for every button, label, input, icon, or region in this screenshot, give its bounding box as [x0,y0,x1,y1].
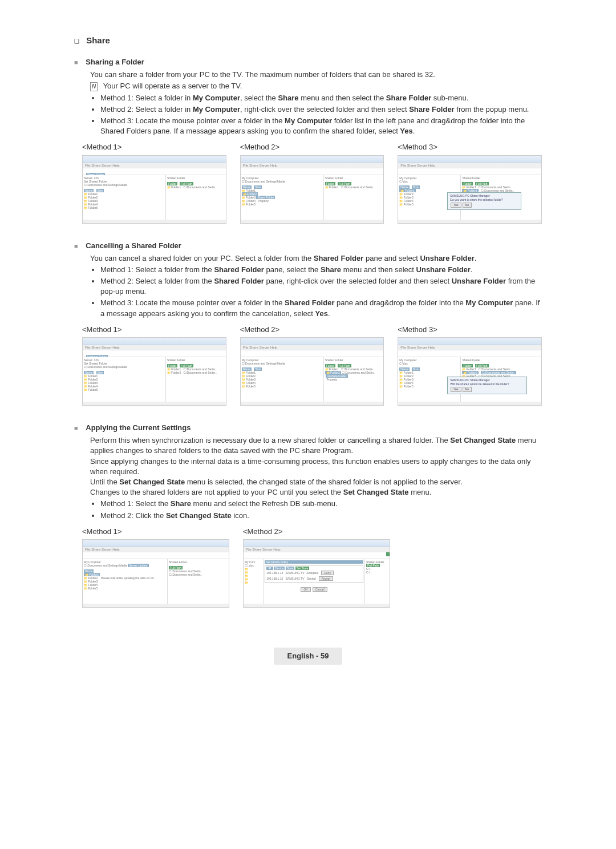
sharing-thumb-2: <Method 2> File Share Server Help My Com… [240,141,384,223]
sharing-method-2: Method 2: Select a folder in My Computer… [100,104,542,115]
subheading-text: Cancelling a Shared Folder [86,241,181,250]
method-label: <Method 1> [82,142,226,152]
screenshot-thumbnail: File Share Server Help My ComputerC:\doc… [398,155,542,224]
method-label: <Method 1> [82,527,229,537]
subheading-cancelling: ■ Cancelling a Shared Folder [74,241,542,251]
cancelling-thumb-3: <Method 3> File Share Server Help My Com… [398,324,542,406]
applying-p3: Until the Set Changed State menu is sele… [90,477,542,487]
sharing-method-1: Method 1: Select a folder in My Computer… [100,93,542,103]
subheading-applying: ■ Applying the Current Settings [74,423,542,433]
cancelling-method-3: Method 3: Locate the mouse pointer over … [100,298,542,318]
method-label: <Method 3> [398,142,542,152]
screenshot-thumbnail: File Share Server HelpShare Folder Serve… [82,155,226,224]
method-label: <Method 2> [240,142,384,152]
note-icon: N [90,82,98,91]
applying-p4: Changes to the shared folders are not ap… [90,487,542,498]
applying-method-2: Method 2: Click the Set Changed State ic… [100,511,542,521]
note-line: N Your PC will operate as a server to th… [90,81,542,91]
cancelling-intro: You can cancel a shared folder on your P… [90,253,542,264]
screenshot-thumbnail: File Share Server Help My ComputerC:\Doc… [82,539,229,608]
page-number-pill: English - 59 [274,648,343,665]
applying-thumbs-row: <Method 1> File Share Server Help My Com… [82,525,542,608]
applying-thumb-1: <Method 1> File Share Server Help My Com… [82,525,229,608]
cancelling-method-2: Method 2: Select a folder from the Share… [100,276,542,297]
cancelling-thumb-1: <Method 1> File Share Server HelpUnshare… [82,324,226,406]
sharing-thumb-3: <Method 3> File Share Server Help My Com… [398,141,542,223]
sharing-intro: You can share a folder from your PC to t… [90,70,542,80]
method-label: <Method 2> [243,527,390,537]
page-footer: English - 59 [74,648,542,665]
screenshot-thumbnail: File Share Server HelpUnshare Folder Ser… [82,337,226,406]
cancelling-thumbs-row: <Method 1> File Share Server HelpUnshare… [82,324,542,406]
method-label: <Method 2> [240,325,384,335]
applying-p2: Since applying changes to the internal d… [90,456,542,477]
screenshot-thumbnail: File Share Server Help My ComputerC:\Doc… [240,337,384,406]
section-title-text: Share [86,35,110,45]
applying-p1: Perform this when synchronization is nec… [90,435,542,456]
square-icon: ■ [74,59,78,66]
cancelling-method-1: Method 1: Select a folder from the Share… [100,265,542,275]
square-icon: ■ [74,242,78,249]
cancelling-methods-list: Method 1: Select a folder from the Share… [90,265,542,319]
screenshot-thumbnail: File Share Server Help My ComputerC:\Doc… [240,155,384,224]
applying-methods-list: Method 1: Select the Share menu and sele… [90,499,542,520]
sharing-thumb-1: <Method 1> File Share Server HelpShare F… [82,141,226,223]
checkbox-icon: ❏ [74,35,79,46]
screenshot-thumbnail: File Share Server Help My ComputerC:\doc… [398,337,542,406]
sharing-methods-list: Method 1: Select a folder in My Computer… [90,93,542,137]
note-text: Your PC will operate as a server to the … [103,82,242,90]
subheading-sharing: ■ Sharing a Folder [74,57,542,67]
square-icon: ■ [74,424,78,431]
method-label: <Method 3> [398,325,542,335]
applying-thumb-2: <Method 2> File Share Server Help My Com… [243,525,390,608]
applying-method-1: Method 1: Select the Share menu and sele… [100,499,542,509]
sharing-thumbs-row: <Method 1> File Share Server HelpShare F… [82,141,542,223]
cancelling-thumb-2: <Method 2> File Share Server Help My Com… [240,324,384,406]
subheading-text: Applying the Current Settings [86,423,191,432]
sharing-method-3: Method 3: Locate the mouse pointer over … [100,116,542,136]
method-label: <Method 1> [82,325,226,335]
section-title: ❏ Share [74,34,542,47]
screenshot-thumbnail: File Share Server Help My ComC:\ doc📁📁📁📁… [243,539,390,608]
subheading-text: Sharing a Folder [86,58,144,66]
